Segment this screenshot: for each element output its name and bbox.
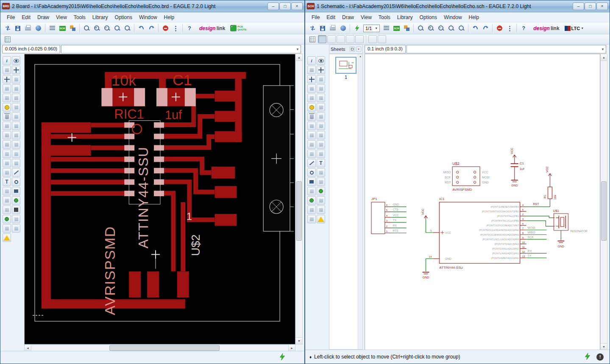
menu-library[interactable]: Library [89, 14, 111, 21]
zoom-select-icon[interactable] [457, 24, 466, 33]
redo-icon[interactable] [147, 24, 156, 33]
tool-change[interactable] [12, 94, 20, 102]
menu-help[interactable]: Help [161, 14, 178, 21]
designlink-logo[interactable]: designlink [533, 25, 559, 31]
ulp-icon[interactable] [47, 24, 57, 33]
sheet-thumbnail[interactable] [335, 57, 357, 74]
dropdown-icon[interactable]: ▼ [581, 27, 584, 30]
undo-icon[interactable] [471, 24, 480, 33]
zoom-in-icon[interactable] [92, 24, 101, 33]
menu-tools[interactable]: Tools [71, 14, 89, 21]
minimize-button[interactable]: – [267, 3, 279, 10]
tool-smash[interactable] [12, 140, 20, 149]
tool-bus[interactable] [307, 187, 316, 195]
sheet-selector[interactable]: 1/1 ▼ [363, 25, 380, 32]
tool-copy[interactable] [12, 75, 20, 83]
swap-file-icon[interactable] [308, 24, 317, 33]
zoom-out-icon[interactable] [436, 24, 446, 33]
tool-route[interactable] [12, 159, 20, 167]
view-mode-frames[interactable] [318, 35, 326, 43]
zoom-redraw-icon[interactable] [112, 24, 122, 33]
print-icon[interactable] [23, 24, 33, 33]
view-mode-grid3[interactable] [355, 35, 364, 43]
layer-settings-icon[interactable] [402, 24, 411, 33]
dropdown-icon[interactable]: ▼ [601, 47, 604, 51]
grid-icon[interactable] [3, 35, 12, 44]
print-icon[interactable] [328, 24, 337, 33]
schematic-canvas[interactable]: U$2 AVRISPSMD MISO SCK RST VCC MOSI GND … [365, 54, 600, 350]
save-icon[interactable] [13, 24, 22, 33]
zoom-in-icon[interactable] [426, 24, 435, 33]
tool-group[interactable] [3, 94, 11, 102]
script-icon[interactable]: SCR [58, 24, 67, 33]
tool-show[interactable] [317, 56, 325, 65]
view-mode-dots[interactable] [327, 35, 336, 43]
menu-help[interactable]: Help [466, 14, 482, 21]
tool-replace[interactable] [12, 122, 20, 130]
tool-move[interactable] [307, 75, 316, 83]
tool-name[interactable] [12, 131, 20, 139]
maximize-button[interactable]: □ [585, 3, 596, 10]
tool-delete[interactable] [3, 112, 11, 121]
tool-attribute[interactable] [307, 206, 316, 214]
tool-mirror[interactable] [3, 84, 11, 93]
tool-gateswap[interactable] [317, 122, 325, 130]
zoom-fit-icon[interactable] [82, 24, 91, 33]
tool-polygon[interactable] [3, 196, 11, 205]
minimize-button[interactable]: – [573, 3, 584, 10]
tool-polygon[interactable] [317, 178, 325, 186]
tool-show[interactable] [12, 56, 20, 65]
menu-options[interactable]: Options [112, 14, 135, 21]
tool-ripup[interactable] [3, 168, 11, 177]
tool-paint[interactable] [3, 103, 11, 111]
tool-move[interactable] [3, 75, 11, 83]
ltc-spice-logo[interactable]: LTC ▼ [565, 26, 584, 31]
tool-add[interactable] [12, 112, 20, 121]
dropdown-icon[interactable]: ▼ [375, 27, 378, 30]
tool-wire[interactable] [307, 159, 316, 167]
schematic-vertical-scrollbar[interactable]: ▲ ▼ [600, 54, 607, 350]
swap-file-icon[interactable] [3, 24, 12, 33]
tool-lock[interactable] [3, 131, 11, 139]
ulp-icon[interactable] [382, 24, 391, 33]
redo-icon[interactable] [481, 24, 490, 33]
schematic-command-bar[interactable]: ▼ [407, 45, 606, 53]
tool-mark[interactable] [317, 66, 325, 74]
tool-errors[interactable] [307, 215, 316, 223]
tool-mark[interactable] [12, 66, 20, 74]
tool-smash[interactable] [307, 140, 316, 149]
tool-pinswap[interactable] [3, 122, 11, 130]
script-icon[interactable]: SCR [392, 24, 401, 33]
scroll-down-arrow[interactable]: ▼ [601, 343, 607, 350]
scroll-right-arrow[interactable]: ► [288, 345, 295, 351]
dropdown-icon[interactable]: ▼ [296, 47, 299, 51]
tool-junction[interactable] [307, 196, 316, 205]
tool-add[interactable] [317, 112, 325, 121]
tool-rotate[interactable] [317, 84, 325, 93]
tool-split[interactable] [307, 150, 316, 158]
tool-cut[interactable] [12, 103, 20, 111]
layer-settings-icon[interactable] [68, 24, 77, 33]
tool-warning[interactable] [3, 233, 11, 242]
tool-value[interactable] [317, 131, 325, 139]
alert-icon[interactable]: ! [596, 353, 604, 361]
tool-text[interactable]: T [3, 178, 11, 186]
scroll-up-arrow[interactable]: ▲ [601, 54, 607, 61]
tool-circle[interactable] [12, 178, 20, 186]
menu-tools[interactable]: Tools [376, 14, 393, 21]
tool-pinswap[interactable] [307, 122, 316, 130]
tile-view-icon[interactable] [378, 35, 386, 43]
sheets-close-icon[interactable]: × [356, 47, 361, 52]
tool-display[interactable] [3, 66, 11, 74]
help-icon[interactable]: ? [185, 24, 194, 33]
scroll-thumb[interactable] [296, 181, 302, 241]
erc-ok-icon[interactable] [585, 353, 590, 361]
help-icon[interactable]: ? [519, 24, 528, 33]
cam-processor-icon[interactable] [33, 24, 43, 33]
menu-window[interactable]: Window [441, 14, 465, 21]
schematic-titlebar[interactable]: SCH 1 Schematic - I:\FabAcademy2015\W6\h… [305, 0, 610, 12]
sheets-scrollbar[interactable]: ▲ [358, 54, 362, 349]
tool-drc[interactable] [3, 224, 11, 233]
board-vertical-scrollbar[interactable]: ▲ ▼ [295, 54, 303, 345]
tool-split[interactable] [12, 150, 20, 158]
